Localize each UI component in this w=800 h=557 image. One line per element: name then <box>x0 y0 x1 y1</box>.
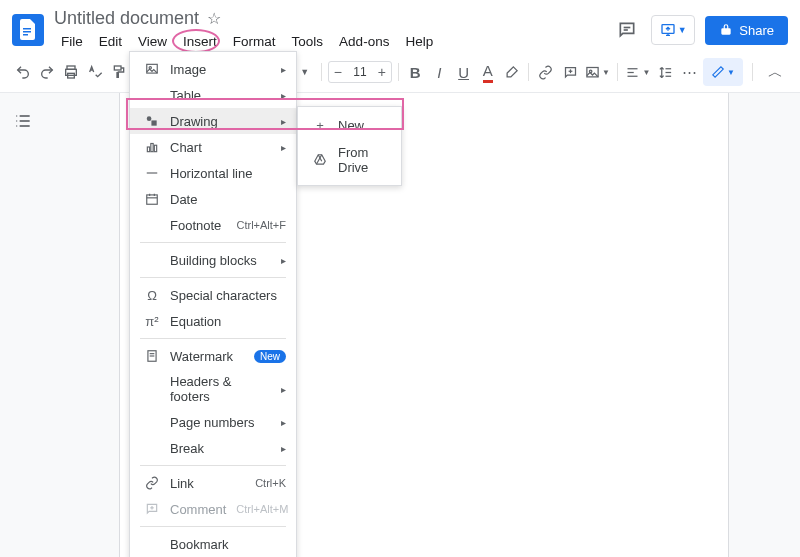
pi-icon: π² <box>144 313 160 329</box>
highlight-icon[interactable] <box>501 59 522 85</box>
insert-dropdown: Image ▸ Table ▸ Drawing ▸ Chart ▸ Horizo… <box>129 51 297 557</box>
insert-chart-label: Chart <box>170 140 271 155</box>
chevron-up-icon[interactable]: ︿ <box>762 59 788 85</box>
toolbar-separator <box>528 63 529 81</box>
insert-break-item[interactable]: Break ▸ <box>130 435 296 461</box>
insert-image-item[interactable]: Image ▸ <box>130 56 296 82</box>
more-icon[interactable]: ⋯ <box>679 59 700 85</box>
insert-chart-item[interactable]: Chart ▸ <box>130 134 296 160</box>
insert-table-item[interactable]: Table ▸ <box>130 82 296 108</box>
menu-separator <box>140 526 286 527</box>
insert-link-label: Link <box>170 476 245 491</box>
menu-insert[interactable]: Insert <box>176 31 224 52</box>
insert-comment-icon[interactable] <box>559 59 580 85</box>
menu-format[interactable]: Format <box>226 31 283 52</box>
insert-page-numbers-item[interactable]: Page numbers ▸ <box>130 409 296 435</box>
caret-down-icon: ▼ <box>678 25 687 35</box>
blank-icon <box>144 87 160 103</box>
caret-down-icon: ▼ <box>727 68 735 77</box>
insert-bookmark-item[interactable]: Bookmark <box>130 531 296 557</box>
menu-addons[interactable]: Add-ons <box>332 31 396 52</box>
comments-icon[interactable] <box>613 16 641 44</box>
menu-edit[interactable]: Edit <box>92 31 129 52</box>
insert-link-item[interactable]: Link Ctrl+K <box>130 470 296 496</box>
insert-watermark-item[interactable]: Watermark New <box>130 343 296 369</box>
share-button[interactable]: Share <box>705 16 788 45</box>
chevron-right-icon: ▸ <box>281 384 286 395</box>
insert-break-label: Break <box>170 441 271 456</box>
align-icon[interactable]: ▼ <box>624 59 652 85</box>
insert-headers-footers-item[interactable]: Headers & footers ▸ <box>130 369 296 409</box>
drive-icon <box>312 152 328 168</box>
bold-icon[interactable]: B <box>405 59 426 85</box>
insert-equation-item[interactable]: π² Equation <box>130 308 296 334</box>
outline-icon[interactable] <box>13 111 35 133</box>
insert-watermark-label: Watermark <box>170 349 244 364</box>
insert-footnote-label: Footnote <box>170 218 226 233</box>
toolbar-separator <box>398 63 399 81</box>
new-badge: New <box>254 350 286 363</box>
menu-help[interactable]: Help <box>398 31 440 52</box>
editing-mode-button[interactable]: ▼ <box>703 58 743 86</box>
menu-file[interactable]: File <box>54 31 90 52</box>
insert-footnote-item[interactable]: Footnote Ctrl+Alt+F <box>130 212 296 238</box>
font-size-value[interactable]: 11 <box>347 65 373 79</box>
chart-icon <box>144 139 160 155</box>
svg-rect-0 <box>23 28 31 30</box>
svg-rect-31 <box>151 144 153 152</box>
link-icon <box>144 475 160 491</box>
paint-format-icon[interactable] <box>109 59 130 85</box>
image-icon <box>144 61 160 77</box>
svg-rect-2 <box>23 34 28 36</box>
menu-separator <box>140 338 286 339</box>
toolbar-separator <box>617 63 618 81</box>
insert-date-label: Date <box>170 192 286 207</box>
undo-icon[interactable] <box>12 59 33 85</box>
blank-icon <box>144 252 160 268</box>
svg-rect-32 <box>154 145 156 151</box>
comment-shortcut: Ctrl+Alt+M <box>236 503 288 515</box>
star-icon[interactable]: ☆ <box>207 9 221 28</box>
drawing-submenu: + New From Drive <box>297 106 402 186</box>
toolbar-separator <box>752 63 753 81</box>
insert-hr-item[interactable]: Horizontal line <box>130 160 296 186</box>
insert-comment-label: Comment <box>170 502 226 517</box>
chevron-right-icon: ▸ <box>281 255 286 266</box>
insert-date-item[interactable]: Date <box>130 186 296 212</box>
insert-link-icon[interactable] <box>535 59 556 85</box>
menu-insert-label: Insert <box>183 34 217 49</box>
insert-building-blocks-item[interactable]: Building blocks ▸ <box>130 247 296 273</box>
plus-icon[interactable]: + <box>373 64 391 80</box>
drawing-icon <box>144 113 160 129</box>
font-size-control[interactable]: − 11 + <box>328 61 392 83</box>
drawing-new-item[interactable]: + New <box>298 111 401 139</box>
chevron-right-icon: ▸ <box>281 64 286 75</box>
chevron-right-icon: ▸ <box>281 443 286 454</box>
menubar: File Edit View Insert Format Tools Add-o… <box>54 31 603 52</box>
minus-icon[interactable]: − <box>329 64 347 80</box>
insert-drawing-item[interactable]: Drawing ▸ <box>130 108 296 134</box>
redo-icon[interactable] <box>36 59 57 85</box>
insert-special-chars-item[interactable]: Ω Special characters <box>130 282 296 308</box>
menu-view[interactable]: View <box>131 31 174 52</box>
present-button[interactable]: ▼ <box>651 15 695 45</box>
print-icon[interactable] <box>60 59 81 85</box>
menu-tools[interactable]: Tools <box>285 31 331 52</box>
chevron-right-icon: ▸ <box>281 116 286 127</box>
chevron-right-icon: ▸ <box>281 142 286 153</box>
text-color-icon[interactable]: A <box>477 59 498 85</box>
drawing-new-label: New <box>338 118 391 133</box>
italic-icon[interactable]: I <box>429 59 450 85</box>
insert-building-blocks-label: Building blocks <box>170 253 271 268</box>
underline-icon[interactable]: U <box>453 59 474 85</box>
insert-bookmark-label: Bookmark <box>170 537 286 552</box>
drawing-from-drive-item[interactable]: From Drive <box>298 139 401 181</box>
line-spacing-icon[interactable] <box>655 59 676 85</box>
doc-title[interactable]: Untitled document <box>54 8 199 29</box>
insert-image-icon[interactable]: ▼ <box>584 59 612 85</box>
caret-down-icon[interactable]: ▼ <box>300 67 309 77</box>
spellcheck-icon[interactable] <box>84 59 105 85</box>
docs-logo[interactable] <box>12 14 44 46</box>
horizontal-line-icon <box>144 165 160 181</box>
blank-icon <box>144 536 160 552</box>
